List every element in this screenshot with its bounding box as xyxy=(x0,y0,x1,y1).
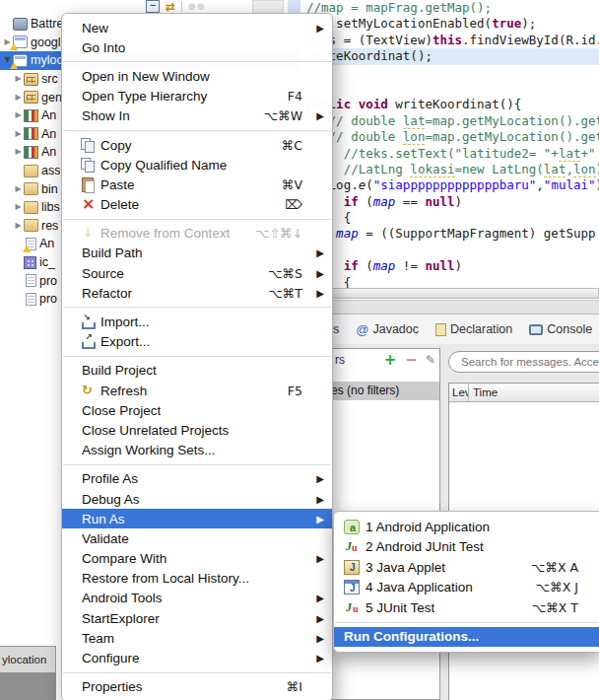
menu-item-refactor[interactable]: Refactor⌥⌘T▶ xyxy=(62,283,332,303)
menu-item-new[interactable]: New▶ xyxy=(62,18,332,37)
menu-item-3-java-applet[interactable]: 3 Java Applet⌥⌘X A xyxy=(334,557,599,578)
lib-icon xyxy=(24,146,38,159)
proj-folder-icon xyxy=(13,18,28,31)
menu-item-run-configurations[interactable]: Run Configurations... xyxy=(334,627,599,648)
menu-item-label: Restore from Local History... xyxy=(82,571,249,586)
menu-item-shortcut: ⌘C xyxy=(282,138,302,153)
console-icon xyxy=(529,324,543,335)
menu-item-show-in[interactable]: Show In⌥⌘W▶ xyxy=(62,106,332,126)
menu-item-label: StartExplorer xyxy=(82,611,160,626)
proj-warn-icon xyxy=(13,35,28,48)
submenu-arrow-icon: ▶ xyxy=(311,473,324,484)
menu-item-paste[interactable]: Paste⌘V xyxy=(62,175,332,194)
menu-item-assign-working-sets[interactable]: Assign Working Sets... xyxy=(62,441,332,460)
menu-item-build-path[interactable]: Build Path▶ xyxy=(62,244,332,263)
minimized-view-tab[interactable]: ylocation xyxy=(0,646,56,672)
editor-hscrollbar[interactable] xyxy=(300,288,599,299)
menu-item-label: Run Configurations... xyxy=(344,629,479,644)
filter-list-item[interactable]: es (no filters) xyxy=(326,382,439,400)
menu-item-configure[interactable]: Configure▶ xyxy=(62,648,332,667)
menu-item-open-in-new-window[interactable]: Open in New Window xyxy=(62,66,332,86)
menu-item-restore-from-local-history[interactable]: Restore from Local History... xyxy=(62,569,332,589)
menu-item-remove-from-context[interactable]: Remove from Context⌥⇧⌘↓ xyxy=(62,224,332,244)
submenu-arrow-icon: ▶ xyxy=(311,514,324,525)
submenu-arrow-icon: ▶ xyxy=(311,23,324,34)
tree-item-label: ic_ xyxy=(39,255,55,269)
menu-item-label: Validate xyxy=(82,531,129,546)
add-filter-icon[interactable]: + xyxy=(384,353,397,367)
disclosure-right-icon[interactable]: ▶ xyxy=(13,148,24,156)
column-time[interactable]: Time xyxy=(469,386,498,398)
menu-item-close-project[interactable]: Close Project xyxy=(62,400,332,420)
submenu-arrow-icon: ▶ xyxy=(311,110,324,121)
menu-item-2-android-junit-test[interactable]: 2 Android JUnit Test xyxy=(334,537,599,558)
menu-item-startexplorer[interactable]: StartExplorer▶ xyxy=(62,608,332,628)
disclosure-right-icon[interactable]: ▶ xyxy=(13,203,24,211)
menu-item-android-tools[interactable]: Android Tools▶ xyxy=(62,589,332,608)
pkg-icon xyxy=(24,91,38,104)
menu-item-label: Source xyxy=(82,266,124,281)
disclosure-right-icon[interactable]: ▶ xyxy=(13,75,24,83)
menu-item-shortcut: ⌥⌘S xyxy=(268,266,302,281)
menu-item-go-into[interactable]: Go Into xyxy=(62,37,332,57)
menu-item-team[interactable]: Team▶ xyxy=(62,628,332,648)
menu-item-4-java-application[interactable]: 4 Java Application⌥⌘X J xyxy=(334,578,599,598)
menu-item-label: Paste xyxy=(100,177,135,192)
code-line: //map = mapFrag.getMap(); xyxy=(300,0,599,16)
tree-item-label: pro xyxy=(39,274,57,288)
menu-item-run-as[interactable]: Run As▶ xyxy=(62,509,332,528)
disclosure-right-icon[interactable]: ▶ xyxy=(13,185,24,193)
toolbar-divider xyxy=(181,1,182,12)
pkg-icon xyxy=(24,73,38,86)
menu-item-export[interactable]: Export... xyxy=(62,332,332,352)
menu-item-open-type-hierarchy[interactable]: Open Type HierarchyF4 xyxy=(62,87,332,106)
remove-filter-icon[interactable]: − xyxy=(405,353,418,367)
disclosure-right-icon[interactable]: ▶ xyxy=(13,222,24,230)
menu-item-import[interactable]: Import... xyxy=(62,312,332,331)
copy-icon xyxy=(80,138,97,153)
menu-item-compare-with[interactable]: Compare With▶ xyxy=(62,549,332,569)
code-line: if (map == null) xyxy=(300,194,599,210)
code-line: // double lat=map.getMyLocation().getLat xyxy=(300,113,599,129)
menu-item-copy-qualified-name[interactable]: Copy Qualified Name xyxy=(62,155,332,175)
edit-filter-icon[interactable]: ✎ xyxy=(426,354,435,366)
logcat-search-input[interactable] xyxy=(449,352,599,372)
tab-declaration[interactable]: Declaration xyxy=(435,322,512,336)
menu-item-profile-as[interactable]: Profile As▶ xyxy=(62,469,332,489)
menu-item-properties[interactable]: Properties⌘I xyxy=(62,677,332,697)
menu-item-5-junit-test[interactable]: 5 JUnit Test⌥⌘X T xyxy=(334,597,599,618)
code-line: Log.e("siapppppppppppppbaru","mulai"); xyxy=(300,177,599,193)
collapse-all-icon[interactable]: − xyxy=(146,0,160,13)
menu-item-copy[interactable]: Copy⌘C xyxy=(62,135,332,155)
link-with-editor-icon[interactable]: ⇄ xyxy=(166,1,175,13)
menu-item-debug-as[interactable]: Debug As▶ xyxy=(62,489,332,509)
tab-javadoc[interactable]: @Javadoc xyxy=(356,322,419,337)
menu-separator xyxy=(63,464,331,465)
view-menu-icon[interactable]: ●● xyxy=(188,2,206,11)
submenu-arrow-icon: ▶ xyxy=(311,613,324,624)
code-editor[interactable]: //map = mapFrag.getMap();map.setMyLocati… xyxy=(300,0,599,288)
disclosure-right-icon[interactable]: ▶ xyxy=(13,130,24,138)
panel-sash[interactable] xyxy=(300,300,599,314)
menu-item-label: Open Type Hierarchy xyxy=(82,89,207,104)
column-level[interactable]: Lev xyxy=(449,384,469,401)
disclosure-right-icon[interactable]: ▶ xyxy=(13,111,24,119)
menu-item-label: Build Project xyxy=(82,363,157,378)
disclosure-right-icon[interactable]: ▶ xyxy=(13,94,24,102)
menu-item-label: Import... xyxy=(100,315,150,329)
menu-item-delete[interactable]: Delete⌦ xyxy=(62,195,332,215)
menu-item-source[interactable]: Source⌥⌘S▶ xyxy=(62,263,332,283)
tab-s[interactable]: s xyxy=(333,322,339,336)
tab-console[interactable]: Console xyxy=(529,322,592,336)
menu-item-label: 2 Android JUnit Test xyxy=(366,539,484,554)
menu-item-refresh[interactable]: RefreshF5 xyxy=(62,381,332,400)
proj-warn-icon xyxy=(13,54,28,67)
menu-item-1-android-application[interactable]: 1 Android Application xyxy=(334,517,599,537)
submenu-arrow-icon: ▶ xyxy=(311,653,324,664)
menu-item-close-unrelated-projects[interactable]: Close Unrelated Projects xyxy=(62,420,332,440)
menu-item-shortcut: F5 xyxy=(288,384,302,398)
copy-icon xyxy=(80,158,97,173)
menu-item-validate[interactable]: Validate xyxy=(62,528,332,548)
code-line xyxy=(300,81,599,97)
menu-item-build-project[interactable]: Build Project xyxy=(62,361,332,381)
